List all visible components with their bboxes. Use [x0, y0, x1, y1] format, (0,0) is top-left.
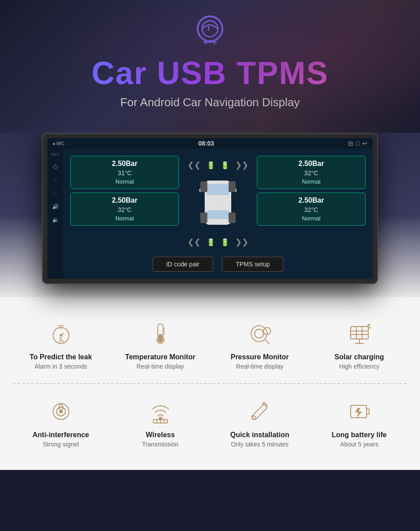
feature-wireless: Wireless Transmission: [113, 393, 208, 452]
svg-line-31: [265, 340, 270, 344]
feature-temperature: Temperature Monitor Real-time display: [113, 315, 208, 374]
battery-top-left: 🔋: [206, 161, 215, 169]
fr-status: Normal: [263, 178, 360, 185]
feature-predict-desc: Alarm in 3 seconds: [18, 363, 104, 370]
rl-temp: 32°C: [76, 206, 173, 213]
id-code-pair-button[interactable]: ID code pair: [153, 257, 213, 272]
device-screen: ● MIC 08:03 ⊟ □ ↩ RST ⏻ ⌂ ← 🔊 🔉: [47, 138, 373, 279]
feature-pressure-desc: Real-time display: [217, 363, 303, 370]
vol-up-icon: 🔊: [52, 204, 59, 210]
svg-text:3: 3: [59, 336, 62, 343]
battery-bottom-left: 🔋: [206, 238, 215, 246]
wave-left-top: ❮❮: [187, 160, 201, 170]
tire-rear-left: 2.50Bar 32°C Normal: [70, 192, 179, 226]
tpms-setup-button[interactable]: TPMS setup: [222, 257, 283, 272]
page-title: Car USB TPMS: [9, 55, 411, 91]
power-icon: ⏻: [53, 164, 58, 170]
device-sidebar: RST ⏻ ⌂ ← 🔊 🔉: [47, 149, 63, 279]
battery-top-right: 🔋: [221, 161, 229, 169]
vol-down-icon: 🔉: [52, 217, 59, 223]
battery-bottom-right: 🔋: [221, 238, 229, 246]
fl-temp: 31°C: [76, 169, 173, 177]
timer-icon: s 3: [47, 319, 75, 348]
car-diagram: ❮❮ 🔋 🔋 ❯❯: [183, 156, 253, 251]
rr-temp: 32°C: [263, 206, 360, 213]
svg-text:!: !: [208, 25, 210, 32]
screen-right-icons: ⊟ □ ↩: [348, 140, 367, 147]
mic-label: ● MIC: [53, 141, 65, 146]
feature-battery: Long battery life About 5 years: [312, 393, 407, 452]
screen-buttons-row: ID code pair TPMS setup: [70, 257, 366, 272]
feature-wireless-desc: Transmission: [117, 441, 203, 448]
feature-solar: Solar charging High efficiency: [312, 315, 407, 374]
solar-icon: [345, 319, 374, 348]
feature-anti-desc: Strong signel: [18, 441, 104, 448]
features-row-1: s 3 To Predict the leak Alarm in 3 secon…: [13, 315, 407, 374]
screen-time: 08:03: [198, 140, 214, 147]
feature-pressure-title: Pressure Monitor: [217, 353, 303, 361]
wave-right-bottom: ❯❯: [235, 237, 248, 247]
svg-point-28: [158, 338, 163, 342]
feature-battery-desc: About 5 years: [316, 441, 402, 448]
wrench-icon: [246, 397, 274, 426]
feature-quick-install: Quick installation Only takes 5 minutes: [212, 393, 307, 452]
svg-rect-33: [351, 327, 368, 339]
feature-predict-leak: s 3 To Predict the leak Alarm in 3 secon…: [13, 315, 108, 374]
fl-status: Normal: [76, 178, 173, 185]
feature-battery-title: Long battery life: [316, 431, 402, 439]
screen-left-labels: ● MIC: [53, 141, 65, 146]
rl-bar: 2.50Bar: [76, 196, 173, 204]
svg-rect-13: [200, 212, 207, 223]
svg-point-0: [198, 16, 222, 41]
wave-left-bottom: ❮❮: [187, 237, 201, 247]
rr-bar: 2.50Bar: [263, 196, 360, 204]
window-icon: □: [356, 140, 359, 147]
device-showcase: ● MIC 08:03 ⊟ □ ↩ RST ⏻ ⌂ ← 🔊 🔉: [0, 133, 420, 297]
feature-solar-title: Solar charging: [316, 353, 402, 361]
feature-install-desc: Only takes 5 minutes: [217, 441, 303, 448]
tpms-logo-icon: !: [9, 13, 411, 50]
car-top-view: [196, 172, 240, 235]
rl-status: Normal: [76, 215, 173, 222]
tire-front-right: 2.50Bar 32°C Normal: [257, 156, 366, 189]
svg-point-30: [255, 329, 263, 338]
tire-front-left: 2.50Bar 31°C Normal: [70, 156, 179, 189]
feature-predict-title: To Predict the leak: [18, 353, 104, 361]
rst-label: RST: [51, 152, 59, 157]
feature-install-title: Quick installation: [217, 431, 303, 439]
pressure-icon: [246, 319, 274, 348]
features-row-2: Anti-interference Strong signel: [13, 393, 407, 452]
fl-bar: 2.50Bar: [76, 160, 173, 168]
svg-rect-14: [229, 212, 236, 223]
feature-anti-interference: Anti-interference Strong signel: [13, 393, 108, 452]
feature-anti-title: Anti-interference: [18, 431, 104, 439]
back-icon: ↩: [362, 140, 367, 147]
thermometer-icon: [146, 319, 175, 348]
feature-pressure: Pressure Monitor Real-time display: [212, 315, 307, 374]
home-icon: ⌂: [53, 177, 57, 183]
svg-point-1: [202, 21, 218, 37]
section-divider: [13, 383, 407, 384]
feature-temp-desc: Real-time display: [117, 363, 203, 370]
features-section: s 3 To Predict the leak Alarm in 3 secon…: [0, 297, 420, 470]
menu-icon: ⊟: [348, 140, 353, 147]
car-display-device: ● MIC 08:03 ⊟ □ ↩ RST ⏻ ⌂ ← 🔊 🔉: [42, 133, 378, 284]
screen-topbar: ● MIC 08:03 ⊟ □ ↩: [47, 138, 373, 149]
feature-solar-desc: High efficiency: [316, 363, 402, 370]
svg-text:s: s: [62, 339, 64, 343]
wireless-icon: [146, 397, 175, 426]
tire-rear-right: 2.50Bar 32°C Normal: [257, 192, 366, 226]
fr-bar: 2.50Bar: [263, 160, 360, 168]
svg-rect-11: [200, 181, 207, 192]
svg-rect-53: [367, 409, 369, 414]
signal-icon: [47, 397, 75, 426]
screen-body: RST ⏻ ⌂ ← 🔊 🔉 2.50Bar: [47, 149, 373, 279]
fr-temp: 32°C: [263, 169, 360, 177]
back-nav-icon: ←: [53, 190, 58, 196]
battery-life-icon: [345, 397, 374, 426]
feature-temp-title: Temperature Monitor: [117, 353, 203, 361]
svg-rect-12: [229, 181, 236, 192]
feature-wireless-title: Wireless: [117, 431, 203, 439]
page-subtitle: For Android Car Navigation Display: [9, 96, 411, 109]
hero-section: ! Car USB TPMS For Android Car Navigatio…: [0, 0, 420, 133]
